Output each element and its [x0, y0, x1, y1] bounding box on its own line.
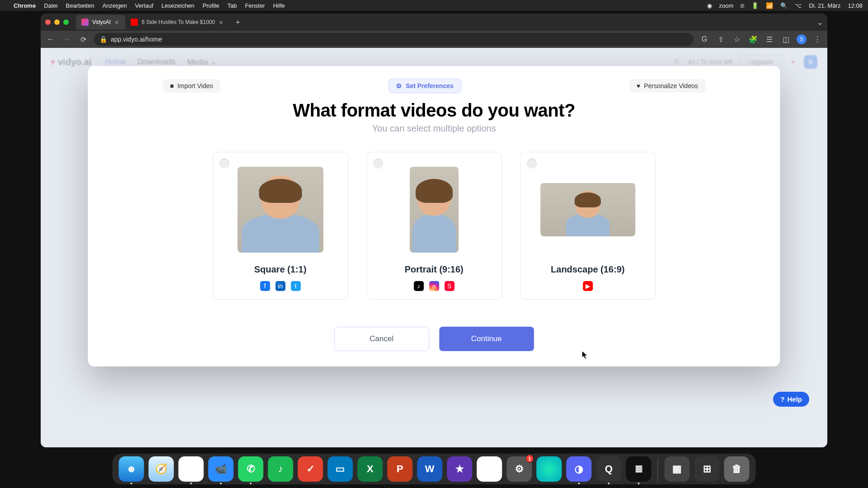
checkbox-portrait[interactable]	[373, 159, 383, 169]
instagram-icon: ⌾	[429, 281, 439, 291]
chrome-menu-icon[interactable]: ⋮	[812, 34, 823, 45]
dock-trash[interactable]: 🗑	[724, 456, 750, 482]
camera-icon: ■	[170, 82, 174, 89]
dock-siri[interactable]	[537, 456, 562, 482]
tabs-dropdown-icon[interactable]: ⌄	[817, 18, 823, 27]
tab-strip: VidyoAI ✕ 6 Side Hustles To Make $1000 ✕…	[41, 14, 827, 31]
dock-discord[interactable]: ◑	[566, 456, 592, 482]
macos-dock: ☻🧭◉📹✆♪✓▭XPW★▲⚙1◑Q≣▦⊞🗑	[113, 454, 756, 484]
share-icon[interactable]: ⇧	[715, 34, 726, 45]
google-profile-icon[interactable]: G	[699, 34, 710, 45]
menubar-item-profiles[interactable]: Profile	[203, 2, 219, 9]
url-field[interactable]: 🔒 app.vidyo.ai/home	[94, 33, 693, 46]
dock-chrome[interactable]: ◉	[179, 456, 204, 482]
dock-settings[interactable]: ⚙1	[507, 456, 532, 482]
dock-spotify[interactable]: ♪	[268, 456, 293, 482]
card-title: Square (1:1)	[254, 264, 307, 275]
step-personalize-videos[interactable]: ♥ Personalize Videos	[629, 79, 705, 93]
dock-mission[interactable]: ⊞	[694, 456, 720, 482]
menubar-date[interactable]: Di. 21. März	[809, 2, 840, 9]
cancel-button[interactable]: Cancel	[334, 327, 429, 351]
screen-record-icon[interactable]: ◉	[707, 2, 712, 9]
shorts-icon: S	[444, 281, 454, 291]
help-icon: ?	[780, 395, 784, 403]
menubar-item-edit[interactable]: Bearbeiten	[66, 2, 94, 9]
dock-quicktime[interactable]: Q	[596, 456, 622, 482]
dock-finder[interactable]: ☻	[119, 456, 144, 482]
format-card-landscape[interactable]: Landscape (16:9) ▶	[520, 152, 656, 300]
favicon-youtube-icon	[131, 19, 138, 26]
nav-back-button[interactable]: ←	[45, 34, 56, 45]
page-content: ▾ vidyo.ai Home Downloads Media ⌄ ⏱ 42 /…	[41, 48, 827, 447]
bookmark-icon[interactable]: ☆	[731, 34, 742, 45]
menubar-time[interactable]: 12:08	[848, 2, 863, 9]
dock-trello[interactable]: ▭	[328, 456, 353, 482]
continue-button[interactable]: Continue	[439, 327, 534, 351]
menubar-app[interactable]: Chrome	[14, 2, 36, 9]
tab-youtube[interactable]: 6 Side Hustles To Make $1000 ✕	[125, 15, 230, 29]
dock-audio[interactable]: ≣	[626, 456, 651, 482]
checkbox-landscape[interactable]	[527, 159, 537, 169]
zoom-status[interactable]: zoom	[719, 2, 734, 9]
tab-close-icon[interactable]: ✕	[114, 19, 120, 25]
menubar-item-help[interactable]: Hilfe	[273, 2, 285, 9]
battery-icon[interactable]: 🔋	[751, 2, 759, 9]
modal-title: What format videos do you want?	[106, 100, 762, 121]
sidepanel-icon[interactable]: ◫	[780, 34, 791, 45]
dock-excel[interactable]: X	[358, 456, 383, 482]
window-zoom[interactable]	[63, 19, 69, 25]
dock-zoom[interactable]: 📹	[208, 456, 234, 482]
menubar-item-bookmarks[interactable]: Lesezeichen	[161, 2, 194, 9]
preview-portrait	[410, 167, 458, 253]
window-close[interactable]	[45, 19, 51, 25]
heart-icon: ♥	[637, 82, 640, 89]
linkedin-icon: in	[275, 281, 285, 291]
menubar-item-tab[interactable]: Tab	[227, 2, 237, 9]
tab-vidyoai[interactable]: VidyoAI ✕	[76, 15, 125, 29]
preview-landscape	[540, 183, 635, 236]
control-center-icon[interactable]: ⌥	[795, 2, 802, 9]
dock-calculator[interactable]: ▦	[665, 456, 690, 482]
format-card-square[interactable]: Square (1:1) f in t	[212, 152, 348, 300]
menubar-item-file[interactable]: Datei	[44, 2, 57, 9]
dock-powerpoint[interactable]: P	[387, 456, 413, 482]
format-card-portrait[interactable]: Portrait (9:16) ♪ ⌾ S	[366, 152, 502, 300]
chrome-window: VidyoAI ✕ 6 Side Hustles To Make $1000 ✕…	[41, 14, 827, 447]
facebook-icon: f	[260, 281, 270, 291]
url-text: app.vidyo.ai/home	[111, 36, 162, 43]
checkbox-square[interactable]	[219, 159, 229, 169]
address-bar: ← → ⟳ 🔒 app.vidyo.ai/home G ⇧ ☆ 🧩 ☰ ◫ S …	[41, 31, 827, 48]
nav-forward-button[interactable]: →	[61, 34, 72, 45]
step-set-preferences[interactable]: ⚙ Set Preferences	[388, 79, 461, 93]
wifi-icon[interactable]: 📶	[766, 2, 773, 9]
preview-square	[237, 167, 323, 253]
dock-todoist[interactable]: ✓	[298, 456, 323, 482]
step-import-video[interactable]: ■ Import Video	[163, 79, 221, 93]
nav-reload-button[interactable]: ⟳	[78, 34, 89, 45]
dock-whatsapp[interactable]: ✆	[238, 456, 264, 482]
tab-title: 6 Side Hustles To Make $1000	[142, 19, 215, 25]
youtube-icon: ▶	[583, 281, 593, 291]
new-tab-button[interactable]: ＋	[230, 18, 246, 27]
reading-list-icon[interactable]: ☰	[764, 34, 775, 45]
tiktok-icon: ♪	[414, 281, 424, 291]
menubar-item-history[interactable]: Verlauf	[135, 2, 153, 9]
help-button[interactable]: ? Help	[773, 392, 809, 407]
extensions-icon[interactable]: 🧩	[748, 34, 759, 45]
favicon-vidyo-icon	[81, 19, 89, 26]
profile-avatar[interactable]: S	[797, 34, 807, 44]
dock-imovie[interactable]: ★	[447, 456, 472, 482]
spotlight-icon[interactable]: 🔍	[780, 2, 788, 9]
twitter-icon: t	[291, 281, 301, 291]
menubar-item-window[interactable]: Fenster	[245, 2, 265, 9]
dock-safari[interactable]: 🧭	[149, 456, 174, 482]
window-minimize[interactable]	[54, 19, 60, 25]
dock-drive[interactable]: ▲	[477, 456, 502, 482]
macos-menubar: Chrome Datei Bearbeiten Anzeigen Verlauf…	[0, 0, 868, 11]
dock-word[interactable]: W	[417, 456, 443, 482]
menubar-item-view[interactable]: Anzeigen	[102, 2, 127, 9]
dock-badge: 1	[526, 455, 534, 463]
display-icon[interactable]: ⎚	[741, 2, 744, 9]
tab-close-icon[interactable]: ✕	[219, 19, 224, 25]
gear-icon: ⚙	[396, 82, 402, 89]
